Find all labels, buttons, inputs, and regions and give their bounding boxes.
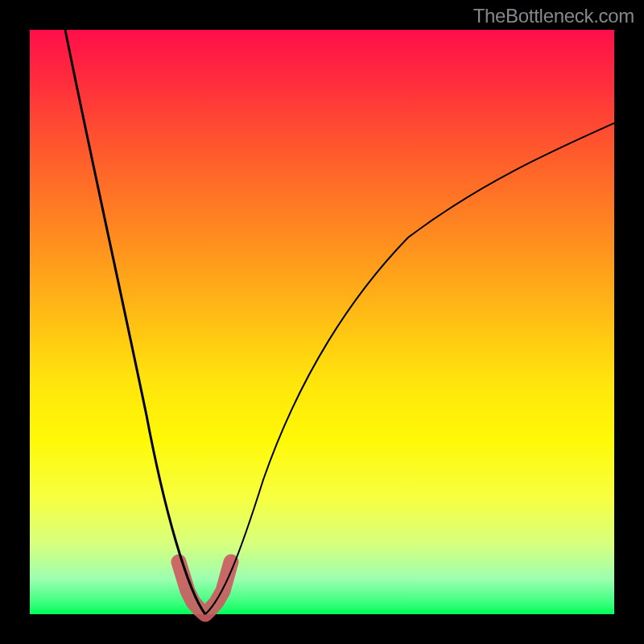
bottleneck-chart-svg bbox=[30, 30, 614, 614]
chart-frame: TheBottleneck.com bbox=[0, 0, 644, 644]
curve-left-branch bbox=[65, 30, 205, 614]
watermark-text: TheBottleneck.com bbox=[473, 5, 634, 27]
curve-right-branch bbox=[205, 123, 614, 614]
